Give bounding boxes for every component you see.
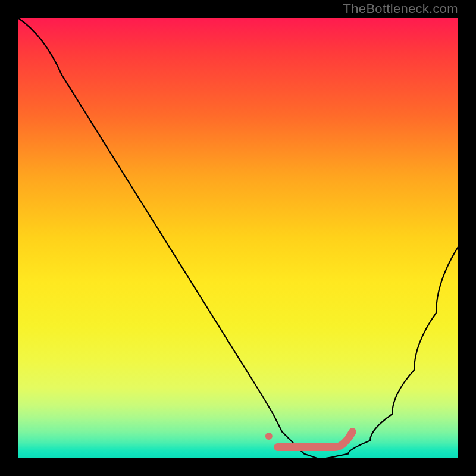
marker-dot	[265, 433, 273, 440]
chart-stage: TheBottleneck.com	[0, 0, 476, 476]
bottleneck-curve-right	[317, 247, 458, 459]
chart-svg	[18, 18, 458, 458]
attribution-label: TheBottleneck.com	[343, 1, 458, 17]
bottleneck-curve-left	[18, 18, 317, 458]
plot-area	[18, 18, 458, 458]
